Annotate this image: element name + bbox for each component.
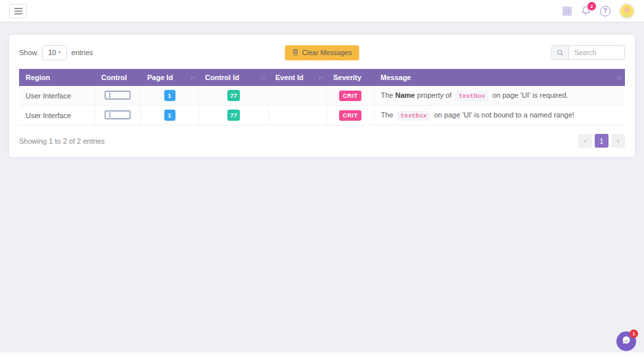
column-header-event-id[interactable]: Event Id ↓↑ <box>269 69 327 86</box>
pagination-page-1-button[interactable]: 1 <box>595 134 609 148</box>
chat-launcher-button[interactable]: 1 <box>616 331 636 351</box>
notifications-bell-icon[interactable]: 2 <box>580 5 591 16</box>
menu-toggle-button[interactable] <box>9 4 27 18</box>
chat-bubble-icon <box>621 335 632 348</box>
page-id-cell: 1 <box>141 86 198 106</box>
control-id-cell: 77 <box>198 86 269 106</box>
pagination: ‹ 1 › <box>578 134 625 148</box>
column-header-message[interactable]: Message ↓↑ <box>374 69 625 86</box>
user-avatar[interactable] <box>619 3 635 19</box>
entries-label: entries <box>72 49 93 56</box>
page-id-cell: 1 <box>141 106 198 125</box>
help-icon[interactable]: ? <box>600 6 610 16</box>
sort-icon: ↓↑ <box>260 74 265 81</box>
textbox-control-icon <box>104 113 131 121</box>
page-size-select[interactable]: 10 ▾ <box>42 45 67 60</box>
page-id-badge: 1 <box>164 90 175 101</box>
region-cell: User Interface <box>19 86 95 106</box>
table-toolbar: Show 10 ▾ entries Clear Messages <box>19 45 625 60</box>
pagination-next-button[interactable]: › <box>611 134 625 148</box>
table-header-row: Region Control Page Id ↓↑ Control Id ↓↑ … <box>19 69 625 86</box>
trash-icon <box>292 49 299 57</box>
message-cell: The Name property of textbox on page 'UI… <box>374 86 625 106</box>
severity-badge: CRIT <box>339 110 362 121</box>
messages-table: Region Control Page Id ↓↑ Control Id ↓↑ … <box>19 69 625 125</box>
notification-count-badge: 2 <box>587 2 596 10</box>
top-navbar: 2 ? <box>0 0 644 22</box>
control-id-cell: 77 <box>198 106 269 125</box>
code-token: textbox <box>398 111 430 121</box>
apps-grid-icon[interactable] <box>563 7 572 16</box>
search-icon <box>552 46 569 59</box>
entries-summary: Showing 1 to 2 of 2 entries <box>19 137 104 145</box>
message-cell: The textbox on page 'UI' is not bound to… <box>374 106 625 125</box>
sort-icon: ↓↑ <box>190 74 195 81</box>
event-id-cell <box>269 86 327 106</box>
column-header-control-id[interactable]: Control Id ↓↑ <box>198 69 269 86</box>
page-footer <box>0 352 644 357</box>
control-cell <box>95 106 141 125</box>
search-box <box>551 45 625 60</box>
hamburger-icon <box>14 8 22 9</box>
chat-unread-badge: 1 <box>630 329 638 338</box>
column-header-region: Region <box>19 69 95 86</box>
show-label: Show <box>19 49 37 56</box>
severity-cell: CRIT <box>327 86 374 106</box>
pagination-prev-button[interactable]: ‹ <box>578 134 592 148</box>
severity-badge: CRIT <box>339 91 362 101</box>
messages-card: Show 10 ▾ entries Clear Messages <box>9 35 635 157</box>
sort-icon: ↓↑ <box>318 74 323 81</box>
table-footer: Showing 1 to 2 of 2 entries ‹ 1 › <box>19 134 625 148</box>
control-id-badge: 77 <box>227 90 240 101</box>
search-input[interactable] <box>569 46 624 59</box>
table-row: User Interface 1 77 <box>19 106 625 125</box>
sort-icon: ↓↑ <box>616 74 621 81</box>
textbox-control-icon <box>104 93 131 101</box>
page-id-badge: 1 <box>164 110 175 121</box>
chevron-down-icon: ▾ <box>58 50 60 55</box>
clear-messages-button[interactable]: Clear Messages <box>285 45 359 60</box>
event-id-cell <box>269 106 327 125</box>
region-cell: User Interface <box>19 106 95 125</box>
severity-cell: CRIT <box>327 106 374 125</box>
control-id-badge: 77 <box>227 110 240 121</box>
control-cell <box>95 86 141 106</box>
table-row: User Interface 1 77 <box>19 86 625 106</box>
column-header-page-id[interactable]: Page Id ↓↑ <box>141 69 198 86</box>
code-token: textbox <box>455 91 488 101</box>
column-header-control: Control <box>95 69 141 86</box>
column-header-severity: Severity <box>327 69 374 86</box>
